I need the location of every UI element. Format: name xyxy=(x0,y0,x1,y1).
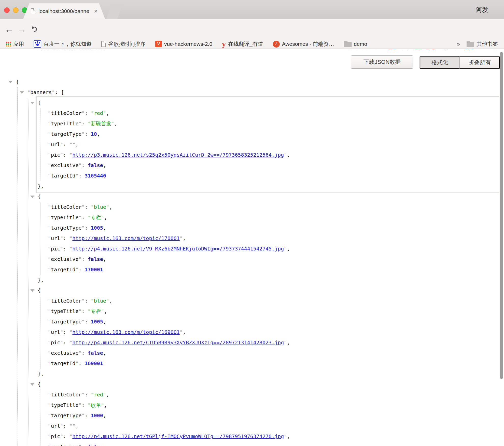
json-quote: " xyxy=(48,246,51,252)
json-quote: " xyxy=(75,266,78,273)
bookmark-google-sort[interactable]: 谷歌按时间排序 xyxy=(101,40,146,48)
json-key: pic xyxy=(51,246,60,252)
download-json-button[interactable]: 下载JSON数据 xyxy=(351,55,413,69)
json-key: url xyxy=(51,329,60,335)
json-punctuation: , xyxy=(103,412,106,419)
new-tab-button[interactable] xyxy=(106,4,123,19)
bookmark-label: 谷歌按时间排序 xyxy=(108,40,146,48)
json-key: exclusive xyxy=(51,256,78,262)
back-button[interactable]: ← xyxy=(4,19,15,39)
json-quote: " xyxy=(48,121,51,127)
json-url-link[interactable]: http://music.163.com/m/topic/170001 xyxy=(72,235,179,241)
json-punctuation: : xyxy=(78,173,85,179)
bookmarks-overflow-chevron[interactable]: » xyxy=(457,40,460,48)
expander-icon[interactable] xyxy=(30,383,34,386)
json-quote: " xyxy=(48,173,51,179)
expander-icon[interactable] xyxy=(30,196,34,198)
json-line: "url": "http://music.163.com/m/topic/170… xyxy=(48,233,498,244)
json-url-link[interactable]: http://music.163.com/m/topic/169001 xyxy=(72,329,179,335)
bookmark-youdao-translate[interactable]: y 在线翻译_有道 xyxy=(222,40,263,48)
json-banner-object: {"titleColor": "blue","typeTitle": "专栏",… xyxy=(38,191,498,285)
json-quote: " xyxy=(69,246,72,252)
json-key: targetType xyxy=(51,131,81,137)
json-quote: " xyxy=(101,214,104,220)
back-arrow-icon: ← xyxy=(5,25,14,34)
bookmark-label: vue-hackernews-2.0 xyxy=(164,41,212,47)
json-line: "exclusive": false xyxy=(48,442,498,446)
json-punctuation: : xyxy=(85,225,91,231)
json-url-link[interactable]: http://p4.music.126.net/tGPljf-IMOCyPvum… xyxy=(72,433,284,439)
json-punctuation: : xyxy=(81,308,88,314)
bookmark-baidu[interactable]: 百度一下，你就知道 xyxy=(34,40,92,48)
json-number: 1005 xyxy=(91,225,103,231)
json-quote: " xyxy=(103,110,106,116)
json-quote: " xyxy=(48,339,51,346)
json-quote: " xyxy=(88,214,91,220)
json-number: 3165446 xyxy=(85,173,106,179)
bookmark-awesomes[interactable]: A Awesomes - 前端资… xyxy=(273,40,334,48)
json-quote: " xyxy=(78,308,81,314)
minimize-window-button[interactable] xyxy=(13,7,19,13)
close-window-button[interactable] xyxy=(4,7,10,13)
json-url-link[interactable]: http://p4.music.126.net/CTU5B9R9y3XyYBZX… xyxy=(72,339,284,346)
json-quote: " xyxy=(81,110,85,116)
json-punctuation: : xyxy=(81,214,88,220)
json-quote: " xyxy=(52,89,55,95)
json-quote: " xyxy=(78,162,81,168)
profile-name[interactable]: 阿发 xyxy=(475,6,488,14)
json-quote: " xyxy=(81,319,85,325)
expander-icon[interactable] xyxy=(8,81,12,83)
bookmark-label: demo xyxy=(354,41,367,47)
bookmark-label: 其他书签 xyxy=(477,40,498,48)
format-collapse-segmented-control: 格式化 折叠所有 xyxy=(419,56,500,69)
json-key: typeTitle xyxy=(51,308,78,314)
browser-tab[interactable]: localhost:3000/banner × xyxy=(23,3,105,19)
format-button[interactable]: 格式化 xyxy=(420,56,460,69)
forward-button[interactable]: → xyxy=(16,19,27,39)
json-punctuation: , xyxy=(103,256,106,262)
bookmark-folder-demo[interactable]: demo xyxy=(344,41,367,47)
bookmark-vue-hackernews[interactable]: V vue-hackernews-2.0 xyxy=(155,41,212,47)
json-quote: " xyxy=(180,235,183,241)
json-quote: " xyxy=(91,298,94,304)
json-number: 1000 xyxy=(91,412,103,419)
collapse-all-button[interactable]: 折叠所有 xyxy=(460,56,500,69)
json-punctuation: , xyxy=(109,298,112,304)
json-line: "targetId": 170001 xyxy=(48,264,498,275)
expander-icon[interactable] xyxy=(30,289,34,292)
json-url-link[interactable]: http://p4.music.126.net/V9-MXz6b2MNhEKju… xyxy=(72,246,284,252)
vertical-scrollbar[interactable] xyxy=(500,52,503,379)
json-punctuation: : xyxy=(55,89,61,95)
youdao-icon: y xyxy=(222,40,226,48)
json-boolean: false xyxy=(88,162,103,168)
json-indent-level: "titleColor": "blue","typeTitle": "专栏","… xyxy=(40,202,498,275)
json-number: 170001 xyxy=(85,266,103,273)
json-quote: " xyxy=(78,256,81,262)
json-url-link[interactable]: http://p3.music.126.net/s25q2x5QyqsAzilC… xyxy=(72,152,284,158)
json-punctuation: }, xyxy=(38,371,44,377)
json-punctuation: : xyxy=(63,246,69,252)
other-bookmarks-folder[interactable]: 其他书签 xyxy=(467,40,498,48)
json-key: titleColor xyxy=(51,110,81,116)
reload-button[interactable] xyxy=(29,19,40,39)
json-quote: " xyxy=(69,339,72,346)
json-punctuation: , xyxy=(287,433,290,439)
json-quote: " xyxy=(60,235,63,241)
expander-icon[interactable] xyxy=(30,102,34,104)
tab-close-icon[interactable]: × xyxy=(94,8,97,14)
expander-icon[interactable] xyxy=(20,91,24,94)
json-punctuation: { xyxy=(16,79,19,85)
json-punctuation: , xyxy=(103,350,106,356)
json-punctuation: : xyxy=(78,266,85,273)
awesomes-icon: A xyxy=(273,41,280,48)
json-quote: " xyxy=(111,121,114,127)
json-line: { xyxy=(38,379,498,390)
json-quote: " xyxy=(48,110,51,116)
json-line: "targetType": 10, xyxy=(48,129,498,139)
bookmark-apps[interactable]: 应用 xyxy=(6,40,24,48)
json-quote: " xyxy=(75,360,78,366)
json-line: "pic": "http://p4.music.126.net/tGPljf-I… xyxy=(48,431,498,442)
json-quote: " xyxy=(48,319,51,325)
json-quote: " xyxy=(48,444,51,446)
apps-grid-icon xyxy=(6,42,11,47)
